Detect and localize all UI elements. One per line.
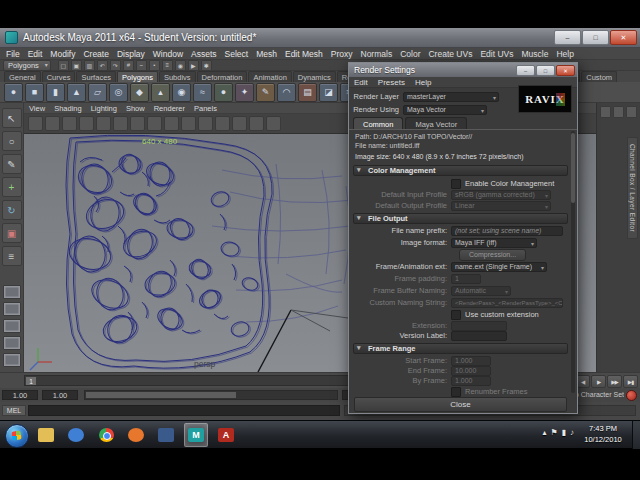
start-frame-field[interactable]: 1.000	[451, 356, 491, 366]
shelf-tab[interactable]: Animation	[248, 71, 291, 82]
start-frame-value: 1.000	[455, 357, 473, 364]
range-slider-bar[interactable]	[86, 392, 236, 398]
menu-item[interactable]: Help	[556, 49, 573, 59]
menu-item[interactable]: Proxy	[331, 49, 353, 59]
attribute-editor-toggle-icon[interactable]	[600, 106, 611, 118]
screen: Autodesk Maya 2011 x64 - Student Version…	[0, 0, 640, 480]
minimize-button[interactable]: –	[554, 30, 581, 45]
shelf-tab[interactable]: Dynamics	[293, 71, 336, 82]
frame-padding-field[interactable]: 1	[451, 274, 481, 284]
panel-menu-item[interactable]: Shading	[54, 104, 82, 113]
menu-item[interactable]: Edit UVs	[480, 49, 513, 59]
end-frame-value: 10.000	[455, 367, 476, 374]
quick-layout-buttons	[3, 285, 21, 367]
dialog-menu-item[interactable]: Help	[415, 78, 431, 87]
file-name-prefix-field[interactable]: (not set; using scene name)	[451, 226, 563, 236]
ground-lines	[258, 310, 348, 372]
menu-item[interactable]: Display	[117, 49, 145, 59]
section-frame-range[interactable]: Frame Range	[353, 343, 568, 354]
default-input-profile-value: sRGB (gamma corrected)	[455, 191, 535, 198]
panel-menu-item[interactable]: Show	[126, 104, 145, 113]
playback-start-field[interactable]: 1.00	[42, 390, 78, 400]
shelf-tab[interactable]: Surfaces	[76, 71, 116, 82]
shelf-tab[interactable]: General	[4, 71, 41, 82]
menu-item[interactable]: Window	[153, 49, 183, 59]
menu-item[interactable]: Create UVs	[428, 49, 472, 59]
use-custom-extension-label: Use custom extension	[465, 310, 539, 319]
render-using-value: Maya Vector	[407, 106, 446, 113]
dialog-close-button[interactable]: ✕	[556, 65, 575, 76]
dialog-minimize-button[interactable]: –	[516, 65, 535, 76]
dialog-menu-item[interactable]: Presets	[378, 78, 405, 87]
shelf-tab[interactable]: Deformation	[197, 71, 248, 82]
shelf-tab[interactable]: Polygons	[117, 71, 158, 82]
range-slider-track[interactable]	[84, 390, 338, 400]
panel-menu-item[interactable]: Panels	[194, 104, 217, 113]
frame-buffer-naming-dropdown[interactable]: Automatic	[451, 286, 511, 296]
dialog-menu-item[interactable]: Edit	[354, 78, 368, 87]
start-button[interactable]	[5, 424, 29, 448]
character-set-dropdown[interactable]: No Character Set	[570, 391, 624, 398]
renumber-frames-checkbox[interactable]	[451, 387, 461, 397]
compression-button[interactable]: Compression...	[459, 249, 526, 261]
shelf-tab[interactable]: Subdivs	[159, 71, 196, 82]
channel-box-toggle-icon[interactable]	[626, 106, 637, 118]
section-color-management[interactable]: Color Management	[353, 165, 568, 176]
menu-item[interactable]: Mesh	[256, 49, 277, 59]
window-controls: – □ ✕	[554, 30, 637, 45]
render-settings-dialog[interactable]: Render Settings – □ ✕ EditPresetsHelp Re…	[348, 62, 578, 414]
menu-item[interactable]: Edit	[28, 49, 43, 59]
menu-item[interactable]: Normals	[361, 49, 393, 59]
current-frame-marker[interactable]: 1	[26, 377, 36, 385]
extension-field[interactable]	[451, 321, 507, 331]
default-input-profile-dropdown[interactable]: sRGB (gamma corrected)	[451, 190, 551, 200]
menu-item[interactable]: Create	[83, 49, 109, 59]
show-desktop-button[interactable]	[632, 421, 640, 449]
tool-settings-toggle-icon[interactable]	[613, 106, 624, 118]
command-line-language-toggle[interactable]: MEL	[2, 405, 26, 416]
menu-item[interactable]: Color	[400, 49, 420, 59]
panel-menu-item[interactable]: View	[29, 104, 45, 113]
menu-item[interactable]: Modify	[50, 49, 75, 59]
command-line-input[interactable]	[28, 405, 340, 416]
close-dialog-button[interactable]: Close	[354, 397, 567, 412]
image-format-dropdown[interactable]: Maya IFF (iff)	[451, 238, 537, 248]
output-path-text: Path: D:/ARCH/10 Fall TOPO/Vector//	[355, 133, 472, 140]
menu-item[interactable]: Muscle	[521, 49, 548, 59]
menu-item[interactable]: Assets	[191, 49, 217, 59]
panel-menu-item[interactable]: Renderer	[154, 104, 185, 113]
dialog-restore-button[interactable]: □	[536, 65, 555, 76]
close-button[interactable]: ✕	[610, 30, 637, 45]
section-file-output[interactable]: File Output	[353, 213, 568, 224]
default-output-profile-label: Default Output Profile	[353, 201, 451, 210]
animation-start-field[interactable]: 1.00	[2, 390, 38, 400]
frame-animation-ext-dropdown[interactable]: name.ext (Single Frame)	[451, 262, 547, 272]
restore-button[interactable]: □	[582, 30, 609, 45]
menu-item[interactable]: File	[6, 49, 20, 59]
dialog-scrollbar[interactable]	[571, 131, 575, 393]
menu-set-dropdown[interactable]: Polygons	[3, 60, 51, 71]
shelf-tab[interactable]: Custom	[581, 71, 617, 82]
taskbar-clock[interactable]: 7:43 PM 10/12/2010	[576, 424, 630, 446]
file-name-prefix-label: File name prefix:	[353, 226, 451, 235]
menu-item[interactable]: Select	[225, 49, 249, 59]
by-frame-field[interactable]: 1.000	[451, 376, 491, 386]
render-layer-value: masterLayer	[407, 93, 446, 100]
channel-box-tab[interactable]: Channel Box / Layer Editor	[627, 137, 638, 239]
panel-menu-item[interactable]: Lighting	[91, 104, 117, 113]
end-frame-field[interactable]: 10.000	[451, 366, 491, 376]
menu-item[interactable]: Edit Mesh	[285, 49, 323, 59]
render-using-dropdown[interactable]: Maya Vector	[403, 105, 487, 115]
version-label-field[interactable]	[451, 331, 507, 341]
render-layer-dropdown[interactable]: masterLayer	[403, 92, 499, 102]
enable-color-management-checkbox[interactable]	[451, 179, 461, 189]
clock-date: 10/12/2010	[584, 435, 622, 444]
default-output-profile-dropdown[interactable]: Linear	[451, 201, 551, 211]
maya-titlebar[interactable]: Autodesk Maya 2011 x64 - Student Version…	[0, 28, 640, 48]
auto-keyframe-button[interactable]	[626, 390, 637, 401]
window-title: Autodesk Maya 2011 x64 - Student Version…	[23, 32, 256, 43]
custom-naming-string-field[interactable]: <RenderPass>_<RenderPassType>_<Camera>	[451, 298, 563, 308]
shelf-tab[interactable]: Curves	[42, 71, 76, 82]
enable-color-management-label: Enable Color Management	[465, 179, 554, 188]
use-custom-extension-checkbox[interactable]	[451, 310, 461, 320]
